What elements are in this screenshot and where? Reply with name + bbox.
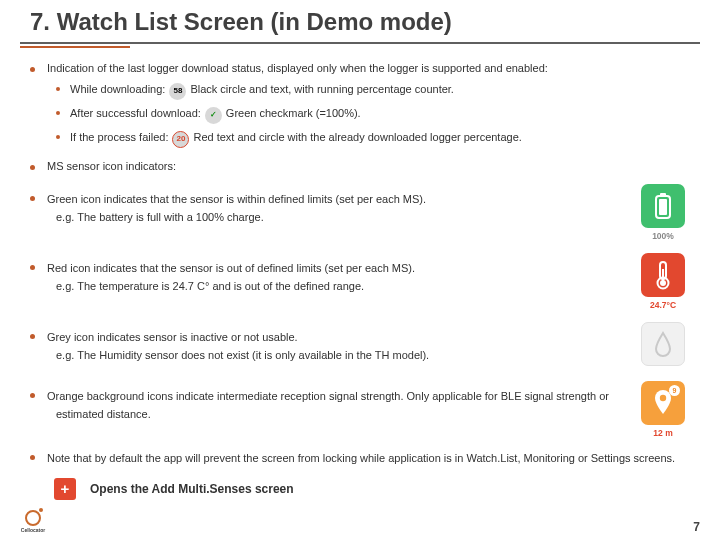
tile-temperature: 24.7°C bbox=[640, 253, 686, 310]
droplet-icon bbox=[641, 322, 685, 366]
page-number: 7 bbox=[693, 520, 700, 534]
sub-text-a: While downloading: bbox=[70, 81, 165, 98]
mini-badge: 9 bbox=[669, 385, 680, 396]
logo-ring-icon bbox=[25, 510, 41, 526]
sub-text-b: Black circle and text, with running perc… bbox=[190, 81, 454, 98]
sub-text-a: After successful download: bbox=[70, 105, 201, 122]
add-label: Opens the Add Multi.Senses screen bbox=[90, 482, 294, 496]
logo: Cellocator bbox=[20, 508, 46, 534]
slide: 7. Watch List Screen (in Demo mode) Indi… bbox=[0, 0, 720, 540]
content: Indication of the last logger download s… bbox=[0, 48, 720, 500]
sub-text-b: Green checkmark (=100%). bbox=[226, 105, 361, 122]
indicator-text-cont: estimated distance. bbox=[56, 405, 630, 425]
bullet-dot-icon bbox=[30, 67, 35, 72]
indicator-example: e.g. The battery is full with a 100% cha… bbox=[56, 208, 630, 228]
logo-text: Cellocator bbox=[21, 527, 45, 533]
bullet-note: Note that by default the app will preven… bbox=[30, 450, 690, 468]
progress-badge-icon: 58 bbox=[169, 83, 186, 100]
bullet-sensor-indicators: MS sensor icon indicators: bbox=[30, 160, 690, 172]
indicator-example: e.g. The Humidity sensor does not exist … bbox=[56, 346, 630, 366]
sub-downloading: While downloading: 58 Black circle and t… bbox=[56, 81, 690, 98]
bullet-dot-icon bbox=[30, 196, 35, 201]
tile-humidity bbox=[640, 322, 686, 369]
tile-label: 24.7°C bbox=[640, 300, 686, 310]
add-row: + Opens the Add Multi.Senses screen bbox=[54, 478, 690, 500]
tile-label: 12 m bbox=[640, 428, 686, 438]
svg-point-7 bbox=[660, 395, 666, 401]
sub-success: After successful download: ✓ Green check… bbox=[56, 105, 690, 122]
indicator-orange-row: Orange background icons indicate interme… bbox=[30, 381, 690, 438]
bullet-dot-icon bbox=[56, 135, 60, 139]
tile-label: 100% bbox=[640, 231, 686, 241]
indicator-text: Green icon indicates that the sensor is … bbox=[47, 191, 426, 208]
sub-text-a: If the process failed: bbox=[70, 129, 168, 146]
bullet-dot-icon bbox=[30, 455, 35, 460]
location-pin-icon: 9 bbox=[641, 381, 685, 425]
bullet-dot-icon bbox=[30, 165, 35, 170]
sub-failed: If the process failed: 20 Red text and c… bbox=[56, 129, 690, 146]
thermometer-icon bbox=[641, 253, 685, 297]
sub-text-b: Red text and circle with the already dow… bbox=[193, 129, 521, 146]
footer: Cellocator 7 bbox=[20, 508, 700, 534]
indicator-red-row: Red icon indicates that the sensor is ou… bbox=[30, 253, 690, 310]
sub-list: While downloading: 58 Black circle and t… bbox=[56, 81, 690, 146]
bullet-dot-icon bbox=[56, 87, 60, 91]
tile-battery: 100% bbox=[640, 184, 686, 241]
bullet-dot-icon bbox=[30, 334, 35, 339]
checkmark-badge-icon: ✓ bbox=[205, 107, 222, 124]
bullet-text: MS sensor icon indicators: bbox=[47, 160, 176, 172]
indicator-text: Red icon indicates that the sensor is ou… bbox=[47, 260, 415, 277]
note-text: Note that by default the app will preven… bbox=[47, 450, 675, 468]
add-button[interactable]: + bbox=[54, 478, 76, 500]
bullet-download-status: Indication of the last logger download s… bbox=[30, 62, 690, 74]
indicator-green-row: Green icon indicates that the sensor is … bbox=[30, 184, 690, 241]
indicator-text: Orange background icons indicate interme… bbox=[47, 388, 609, 405]
bullet-text: Indication of the last logger download s… bbox=[47, 62, 548, 74]
battery-icon bbox=[641, 184, 685, 228]
indicator-grey-row: Grey icon indicates sensor is inactive o… bbox=[30, 322, 690, 369]
bullet-dot-icon bbox=[56, 111, 60, 115]
bullet-dot-icon bbox=[30, 265, 35, 270]
title-bar: 7. Watch List Screen (in Demo mode) bbox=[0, 0, 720, 42]
svg-rect-2 bbox=[659, 199, 667, 215]
indicator-example: e.g. The temperature is 24.7 C° and is o… bbox=[56, 277, 630, 297]
error-badge-icon: 20 bbox=[172, 131, 189, 148]
bullet-dot-icon bbox=[30, 393, 35, 398]
page-title: 7. Watch List Screen (in Demo mode) bbox=[30, 8, 690, 36]
svg-rect-6 bbox=[662, 269, 664, 281]
indicator-text: Grey icon indicates sensor is inactive o… bbox=[47, 329, 298, 346]
tile-distance: 9 12 m bbox=[640, 381, 686, 438]
divider-dark bbox=[20, 42, 700, 44]
